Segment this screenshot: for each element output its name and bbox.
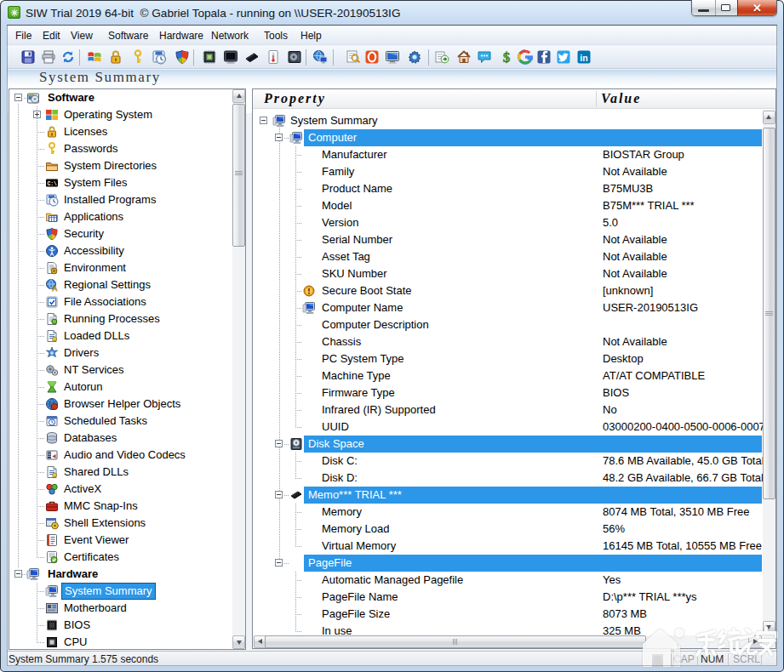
svg-text:in: in: [580, 53, 587, 63]
svg-text:C:\: C:\: [47, 181, 57, 187]
svg-text:A: A: [52, 284, 58, 292]
svg-text:$: $: [503, 49, 511, 65]
